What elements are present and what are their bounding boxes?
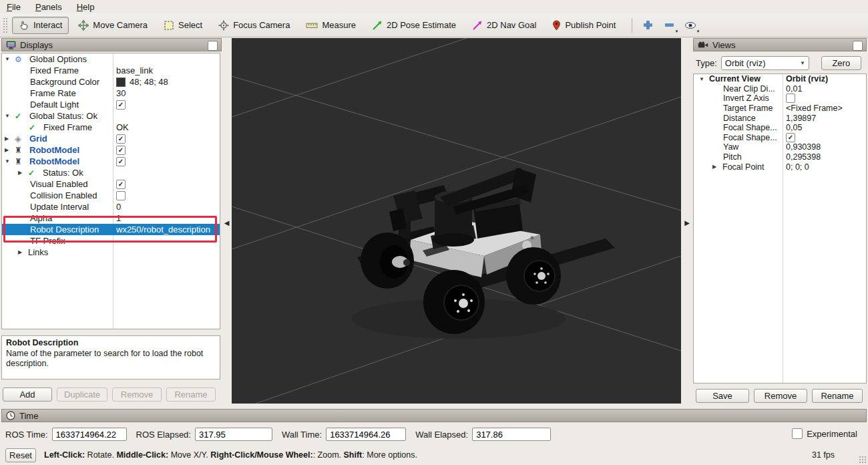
tree-row[interactable]: Focal Shape...✓ — [694, 133, 866, 143]
tree-row[interactable]: Pitch0,295398 — [694, 152, 866, 162]
3d-viewport[interactable] — [232, 38, 681, 404]
tree-row[interactable]: Frame Rate30 — [2, 88, 220, 99]
expander-icon[interactable]: ▶ — [5, 136, 15, 142]
tree-row[interactable]: Yaw0,930398 — [694, 142, 866, 152]
focus-camera-tool-button[interactable]: Focus Camera — [212, 17, 296, 34]
select-tool-button[interactable]: Select — [157, 17, 209, 34]
add-tool-button[interactable] — [639, 17, 656, 34]
toolbtn-label: 2D Nav Goal — [487, 20, 536, 30]
tree-row[interactable]: Update Interval0 — [2, 201, 220, 212]
left-panel-splitter[interactable]: ◀ — [222, 37, 232, 408]
measure-tool-button[interactable]: Measure — [299, 17, 363, 33]
checkbox[interactable] — [116, 191, 126, 200]
collapse-left-icon[interactable]: ◀ — [224, 219, 230, 226]
view-type-select[interactable]: Orbit (rviz) ▼ — [721, 56, 809, 70]
tree-row-value: 0 — [113, 202, 220, 212]
tree-row[interactable]: Distance1,39897 — [694, 113, 866, 123]
tree-row[interactable]: ▶♜RobotModel✓ — [2, 144, 220, 156]
remove-display-button[interactable]: Remove — [112, 388, 162, 402]
checkbox[interactable]: ✓ — [116, 180, 126, 189]
time-panel-header[interactable]: Time — [1, 409, 867, 422]
tree-row[interactable]: ▼Current ViewOrbit (rviz) — [694, 74, 866, 84]
tree-row[interactable]: ▼♜RobotModel✓ — [2, 156, 220, 167]
fps-counter: 31 fps — [812, 450, 835, 460]
toolbtn-label: Interact — [33, 20, 62, 30]
panel-float-button[interactable] — [208, 41, 218, 51]
interact-tool-button[interactable]: Interact — [12, 17, 69, 34]
tree-row[interactable]: Default Light✓ — [2, 99, 220, 110]
displays-panel-header[interactable]: Displays — [1, 38, 222, 51]
expander-icon[interactable]: ▼ — [699, 76, 709, 82]
views-panel-header[interactable]: Views — [693, 38, 867, 51]
tree-row[interactable]: Fixed Framebase_link — [2, 65, 220, 76]
wall-time-input[interactable] — [326, 428, 406, 441]
reset-button[interactable]: Reset — [5, 448, 36, 462]
tree-row[interactable]: ▶◈Grid✓ — [2, 133, 220, 144]
nav-goal-tool-button[interactable]: 2D Nav Goal — [465, 17, 543, 34]
remove-view-button[interactable]: Remove — [754, 389, 807, 403]
menu-help[interactable]: Help — [77, 2, 95, 12]
checkbox[interactable] — [786, 94, 795, 103]
expander-icon[interactable]: ▶ — [18, 249, 28, 255]
tree-row[interactable]: ▶✓Status: Ok — [2, 167, 220, 178]
tree-row[interactable]: ▶Links — [2, 247, 220, 258]
tree-row[interactable]: ✓Fixed FrameOK — [2, 122, 220, 133]
tree-row[interactable]: Focal Shape...0,05 — [694, 123, 866, 133]
robot-model — [352, 168, 615, 339]
ros-elapsed-input[interactable] — [195, 428, 272, 441]
pose-estimate-tool-button[interactable]: 2D Pose Estimate — [365, 17, 463, 34]
checkbox[interactable]: ✓ — [116, 146, 126, 155]
checkbox[interactable]: ✓ — [116, 100, 126, 110]
rename-view-button[interactable]: Rename — [812, 389, 863, 403]
tree-row-label: Focal Shape... — [723, 123, 777, 132]
tree-row[interactable]: Visual Enabled✓ — [2, 178, 220, 190]
tree-row[interactable]: TF Prefix — [2, 235, 220, 247]
visibility-tool-button[interactable]: ▾ — [682, 17, 699, 34]
expander-icon[interactable]: ▶ — [712, 164, 722, 170]
move-camera-tool-button[interactable]: Move Camera — [71, 17, 154, 34]
expander-icon[interactable]: ▼ — [5, 56, 15, 62]
tree-row[interactable]: Invert Z Axis — [694, 94, 866, 104]
tree-row[interactable]: Near Clip Di...0,01 — [694, 84, 866, 94]
grid-icon: ◈ — [15, 134, 29, 143]
checkbox[interactable]: ✓ — [116, 134, 126, 144]
tree-row[interactable]: Target Frame<Fixed Frame> — [694, 104, 866, 114]
tree-row[interactable]: Background Color48; 48; 48 — [2, 76, 220, 88]
expander-icon[interactable]: ▶ — [5, 147, 15, 153]
panel-float-button[interactable] — [853, 41, 863, 51]
chevron-down-icon: ▼ — [800, 60, 805, 66]
tree-row[interactable]: Collision Enabled — [2, 190, 220, 201]
expander-icon[interactable]: ▼ — [5, 158, 15, 164]
wall-elapsed-input[interactable] — [472, 428, 551, 441]
rename-display-button[interactable]: Rename — [166, 388, 216, 402]
save-view-button[interactable]: Save — [696, 389, 749, 403]
add-display-button[interactable]: Add — [3, 388, 52, 402]
expander-icon[interactable]: ▼ — [5, 113, 15, 119]
tree-row-label: Robot Description — [30, 224, 99, 235]
remove-tool-button[interactable]: ▾ — [660, 17, 678, 34]
tree-row[interactable]: Alpha1 — [2, 212, 220, 224]
tree-row-value: ✓ — [113, 146, 220, 155]
tree-row[interactable]: ▶Focal Point0; 0; 0 — [694, 162, 866, 172]
tree-row[interactable]: Robot Descriptionwx250/robot_description — [2, 224, 220, 235]
zero-button[interactable]: Zero — [821, 56, 861, 70]
duplicate-display-button[interactable]: Duplicate — [57, 388, 107, 402]
toolbar-grip[interactable] — [3, 17, 9, 33]
nav-goal-arrow-icon — [472, 20, 483, 31]
menu-file[interactable]: File — [7, 2, 21, 12]
checkbox[interactable]: ✓ — [116, 157, 126, 166]
experimental-checkbox[interactable] — [792, 428, 803, 439]
tree-row[interactable]: ▼⚙Global Options — [2, 53, 220, 65]
toolbar: Interact Move Camera Select — [0, 13, 868, 37]
collapse-right-icon[interactable]: ▶ — [684, 219, 690, 226]
tree-row[interactable]: ▼✓Global Status: Ok — [2, 110, 220, 122]
expander-icon[interactable]: ▶ — [18, 170, 28, 176]
menu-panels[interactable]: Panels — [35, 2, 62, 12]
right-panel-splitter[interactable]: ▶ — [681, 37, 693, 408]
checkbox[interactable]: ✓ — [786, 133, 795, 142]
tree-row-value: ✓ — [783, 133, 866, 142]
resize-grip[interactable] — [859, 456, 867, 464]
views-buttons: Save Remove Rename — [696, 389, 863, 403]
publish-point-tool-button[interactable]: Publish Point — [546, 17, 622, 34]
ros-time-input[interactable] — [52, 428, 127, 441]
